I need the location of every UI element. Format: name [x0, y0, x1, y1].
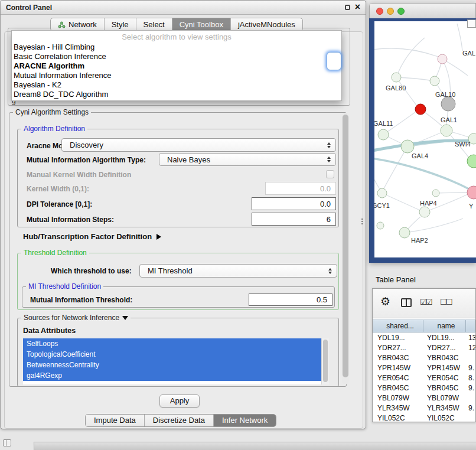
tab-select[interactable]: Select: [136, 18, 172, 31]
column-header[interactable]: [466, 320, 475, 332]
network-svg: GALGAL80GAL10GAL11GAL1SWI4GAL4GCY1HAP4HA…: [374, 21, 476, 257]
which-threshold-select[interactable]: MI Threshold: [139, 264, 337, 278]
node-label: SWI4: [455, 141, 471, 148]
table-row[interactable]: YIL052CYIL052C: [373, 413, 475, 422]
manual-kernel-label: Manual Kernel Width Definition: [27, 171, 131, 179]
network-node[interactable]: [438, 54, 447, 64]
network-icon: [58, 21, 66, 28]
node-label: GAL11: [374, 120, 393, 127]
table-row[interactable]: YBR045CYBR045C9.: [373, 383, 475, 393]
settings-scrollbar[interactable]: [342, 113, 349, 384]
network-node[interactable]: [441, 125, 452, 136]
close-traffic-light[interactable]: [376, 8, 383, 15]
table-cell: YBR043C: [373, 353, 423, 363]
attribute-item[interactable]: gal4RGexp: [23, 370, 321, 381]
table-row[interactable]: YDL19...YDL19...13: [373, 333, 475, 343]
mi-steps-field[interactable]: 6: [252, 213, 336, 226]
network-edge: [436, 193, 467, 193]
bottom-scroll-strip[interactable]: [34, 442, 476, 450]
which-threshold-value: MI Threshold: [148, 266, 193, 275]
algorithm-option[interactable]: Bayesian - K2: [12, 80, 341, 90]
minimize-traffic-light[interactable]: [387, 8, 394, 15]
tab-label: Style: [112, 20, 129, 29]
scrollbar-thumb[interactable]: [323, 340, 328, 382]
network-node[interactable]: [432, 190, 439, 197]
network-node[interactable]: [441, 97, 455, 111]
tab-impute-data[interactable]: Impute Data: [86, 415, 145, 426]
tab-jactivemnodules[interactable]: jActiveMNodules: [231, 18, 302, 31]
table-row[interactable]: YBR043CYBR043C: [373, 353, 475, 363]
checked-boxes-icon[interactable]: ☑☑: [420, 298, 431, 306]
corner-panel-icon[interactable]: [3, 439, 11, 446]
table-cell: YPR145W: [423, 363, 466, 373]
kernel-width-label: Kernel Width (0,1):: [27, 185, 89, 193]
close-icon[interactable]: ×: [355, 4, 360, 11]
attribute-item[interactable]: SelfLoops: [23, 338, 321, 349]
table-row[interactable]: YDR27...YDR27...12: [373, 343, 475, 353]
network-node[interactable]: [377, 222, 384, 229]
tab-discretize-data[interactable]: Discretize Data: [145, 415, 214, 426]
columns-icon[interactable]: [401, 298, 412, 307]
network-node[interactable]: [430, 76, 439, 86]
sources-group-title[interactable]: Sources for Network Inference: [21, 314, 131, 322]
network-node[interactable]: [377, 188, 387, 198]
aracne-mode-select[interactable]: Discovery: [61, 138, 336, 152]
table-cell: YLR345W: [423, 403, 466, 413]
attribute-item[interactable]: BetweennessCentrality: [23, 360, 321, 370]
unchecked-boxes-icon[interactable]: ☐☐: [440, 298, 451, 306]
apply-button[interactable]: Apply: [159, 394, 200, 407]
network-frame: GALGAL80GAL10GAL11GAL1SWI4GAL4GCY1HAP4HA…: [369, 18, 476, 263]
algorithm-option[interactable]: Basic Correlation Inference: [12, 52, 341, 61]
algorithm-popup-placeholder: Select algorithm to view settings: [12, 32, 341, 43]
network-node[interactable]: [401, 140, 414, 153]
mi-threshold-field[interactable]: 0.5: [249, 294, 332, 306]
network-edge: [396, 77, 430, 80]
dpi-tolerance-label: DPI Tolerance [0,1]:: [27, 200, 92, 208]
tab-style[interactable]: Style: [105, 18, 136, 31]
mi-type-value: Naive Bayes: [167, 155, 210, 164]
attribute-item[interactable]: TopologicalCoefficient: [23, 349, 321, 360]
zoom-traffic-light[interactable]: [397, 8, 405, 15]
tab-infer-network[interactable]: Infer Network: [214, 415, 276, 426]
network-node[interactable]: [378, 129, 389, 140]
table-cell: YDL19...: [373, 333, 423, 343]
table-panel-window: ⚙ ☑☑ ☐☐ shared...name YDL19...YDL19...13…: [372, 288, 476, 422]
birdseye-toggle[interactable]: [467, 19, 476, 28]
expand-right-icon: [157, 234, 161, 240]
table-row[interactable]: YLR345WYLR345W9.: [373, 403, 475, 413]
algorithm-option[interactable]: Dream8 DC_TDC Algorithm: [12, 90, 341, 99]
table-cell: YDR27...: [373, 343, 423, 353]
column-header[interactable]: shared...: [373, 320, 423, 332]
bottom-tabs: Impute DataDiscretize DataInfer Network: [85, 414, 276, 427]
gear-icon[interactable]: ⚙: [380, 295, 390, 308]
table-row[interactable]: YPR145WYPR145W9.: [373, 363, 475, 373]
table-row[interactable]: YER054CYER054C8.: [373, 373, 475, 383]
algorithm-option[interactable]: Bayesian - Hill Climbing: [12, 43, 341, 52]
algorithm-option[interactable]: Mutual Information Inference: [12, 71, 341, 80]
network-node[interactable]: [415, 104, 426, 115]
algorithm-popup-list: Bayesian - Hill ClimbingBasic Correlatio…: [12, 43, 341, 99]
manual-kernel-checkbox[interactable]: [326, 170, 334, 178]
table-row[interactable]: YBL079WYBL079W: [373, 393, 475, 403]
tab-network[interactable]: Network: [51, 18, 105, 31]
column-header[interactable]: name: [423, 320, 466, 332]
kernel-width-field[interactable]: 0.0: [265, 182, 336, 195]
network-node[interactable]: [419, 207, 430, 217]
network-node[interactable]: [392, 73, 401, 82]
collapse-down-icon: [122, 316, 128, 320]
hub-definition-header[interactable]: Hub/Transcription Factor Definition: [23, 232, 161, 241]
tab-cyni-toolbox[interactable]: Cyni Toolbox: [172, 18, 231, 31]
list-scrollbar[interactable]: [321, 338, 329, 384]
algorithm-option[interactable]: ARACNE Algorithm: [12, 61, 341, 71]
network-canvas[interactable]: GALGAL80GAL10GAL11GAL1SWI4GAL4GCY1HAP4HA…: [374, 21, 476, 257]
dpi-tolerance-field[interactable]: 0.0: [252, 197, 336, 210]
panel-splitter-handle[interactable]: [361, 218, 364, 225]
network-node[interactable]: [399, 227, 410, 238]
table-cell: YBR045C: [373, 383, 423, 393]
which-threshold-label: Which threshold to use:: [51, 267, 132, 275]
network-edge: [405, 219, 463, 233]
scrollbar-thumb[interactable]: [343, 115, 348, 377]
table-cell: YBL079W: [423, 393, 466, 403]
minimize-icon[interactable]: [345, 5, 350, 10]
mi-type-select[interactable]: Naive Bayes: [159, 153, 336, 166]
